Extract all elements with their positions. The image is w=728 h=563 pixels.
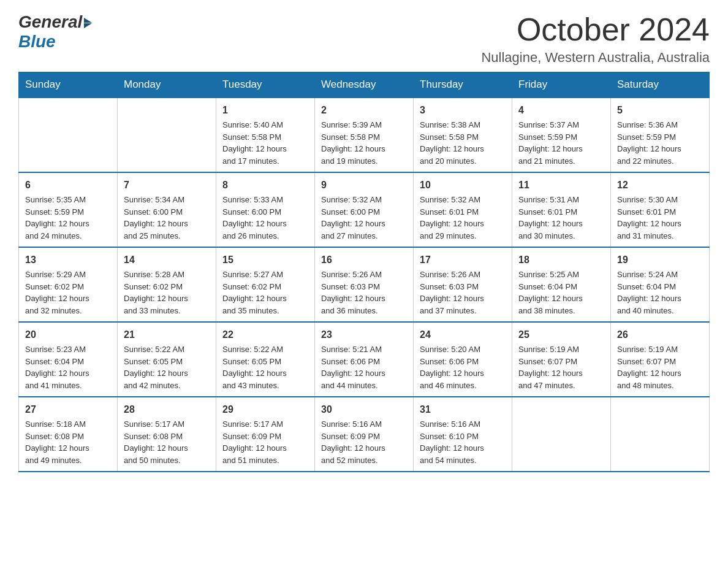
- day-number: 7: [124, 178, 210, 193]
- day-info: Sunrise: 5:30 AM Sunset: 6:01 PM Dayligh…: [617, 194, 703, 242]
- day-number: 3: [420, 103, 506, 118]
- day-number: 28: [124, 402, 210, 417]
- day-info: Sunrise: 5:22 AM Sunset: 6:05 PM Dayligh…: [222, 343, 308, 391]
- calendar-cell: 8Sunrise: 5:33 AM Sunset: 6:00 PM Daylig…: [216, 172, 315, 247]
- calendar-header-friday: Friday: [512, 72, 611, 98]
- day-info: Sunrise: 5:40 AM Sunset: 5:58 PM Dayligh…: [222, 119, 308, 167]
- day-number: 2: [321, 103, 407, 118]
- day-number: 10: [420, 178, 506, 193]
- day-number: 18: [518, 253, 604, 267]
- day-number: 8: [222, 178, 308, 193]
- logo-blue-text: Blue: [18, 32, 92, 52]
- day-info: Sunrise: 5:27 AM Sunset: 6:02 PM Dayligh…: [222, 269, 308, 316]
- day-info: Sunrise: 5:35 AM Sunset: 5:59 PM Dayligh…: [25, 194, 111, 242]
- calendar-cell: 1Sunrise: 5:40 AM Sunset: 5:58 PM Daylig…: [216, 98, 315, 172]
- calendar-cell: 5Sunrise: 5:36 AM Sunset: 5:59 PM Daylig…: [611, 98, 710, 172]
- calendar-cell: [611, 397, 710, 472]
- day-info: Sunrise: 5:17 AM Sunset: 6:09 PM Dayligh…: [222, 418, 308, 466]
- calendar-cell: 24Sunrise: 5:20 AM Sunset: 6:06 PM Dayli…: [414, 322, 512, 397]
- day-info: Sunrise: 5:32 AM Sunset: 6:00 PM Dayligh…: [321, 194, 407, 242]
- calendar-week-row: 27Sunrise: 5:18 AM Sunset: 6:08 PM Dayli…: [19, 397, 710, 472]
- calendar-cell: 9Sunrise: 5:32 AM Sunset: 6:00 PM Daylig…: [315, 172, 414, 247]
- day-info: Sunrise: 5:31 AM Sunset: 6:01 PM Dayligh…: [518, 194, 604, 242]
- calendar-cell: 10Sunrise: 5:32 AM Sunset: 6:01 PM Dayli…: [414, 172, 512, 247]
- day-info: Sunrise: 5:38 AM Sunset: 5:58 PM Dayligh…: [420, 119, 506, 167]
- calendar-cell: [512, 397, 611, 472]
- calendar-cell: 31Sunrise: 5:16 AM Sunset: 6:10 PM Dayli…: [414, 397, 512, 472]
- day-info: Sunrise: 5:24 AM Sunset: 6:04 PM Dayligh…: [617, 269, 703, 316]
- day-info: Sunrise: 5:26 AM Sunset: 6:03 PM Dayligh…: [420, 269, 506, 316]
- calendar-header-thursday: Thursday: [414, 72, 512, 98]
- day-number: 20: [25, 327, 111, 342]
- day-info: Sunrise: 5:16 AM Sunset: 6:10 PM Dayligh…: [420, 418, 506, 466]
- day-number: 6: [25, 178, 111, 193]
- day-info: Sunrise: 5:18 AM Sunset: 6:08 PM Dayligh…: [25, 418, 111, 466]
- day-number: 22: [222, 327, 308, 342]
- day-number: 14: [124, 253, 210, 267]
- day-number: 30: [321, 402, 407, 417]
- calendar-cell: 15Sunrise: 5:27 AM Sunset: 6:02 PM Dayli…: [216, 247, 315, 322]
- calendar-cell: 26Sunrise: 5:19 AM Sunset: 6:07 PM Dayli…: [611, 322, 710, 397]
- day-info: Sunrise: 5:23 AM Sunset: 6:04 PM Dayligh…: [25, 343, 111, 391]
- day-info: Sunrise: 5:37 AM Sunset: 5:59 PM Dayligh…: [518, 119, 604, 167]
- calendar-cell: 2Sunrise: 5:39 AM Sunset: 5:58 PM Daylig…: [315, 98, 414, 172]
- calendar-cell: 13Sunrise: 5:29 AM Sunset: 6:02 PM Dayli…: [19, 247, 118, 322]
- calendar-cell: 16Sunrise: 5:26 AM Sunset: 6:03 PM Dayli…: [315, 247, 414, 322]
- day-info: Sunrise: 5:39 AM Sunset: 5:58 PM Dayligh…: [321, 119, 407, 167]
- calendar-cell: 4Sunrise: 5:37 AM Sunset: 5:59 PM Daylig…: [512, 98, 611, 172]
- day-info: Sunrise: 5:17 AM Sunset: 6:08 PM Dayligh…: [124, 418, 210, 466]
- location-title: Nullagine, Western Australia, Australia: [481, 50, 710, 66]
- calendar-cell: 22Sunrise: 5:22 AM Sunset: 6:05 PM Dayli…: [216, 322, 315, 397]
- day-info: Sunrise: 5:28 AM Sunset: 6:02 PM Dayligh…: [124, 269, 210, 316]
- day-number: 16: [321, 253, 407, 267]
- logo-general-text: General: [18, 12, 82, 32]
- calendar-week-row: 6Sunrise: 5:35 AM Sunset: 5:59 PM Daylig…: [19, 172, 710, 247]
- day-info: Sunrise: 5:21 AM Sunset: 6:06 PM Dayligh…: [321, 343, 407, 391]
- calendar-cell: [19, 98, 118, 172]
- calendar-week-row: 1Sunrise: 5:40 AM Sunset: 5:58 PM Daylig…: [19, 98, 710, 172]
- calendar-cell: 19Sunrise: 5:24 AM Sunset: 6:04 PM Dayli…: [611, 247, 710, 322]
- calendar-table: SundayMondayTuesdayWednesdayThursdayFrid…: [18, 72, 710, 472]
- day-info: Sunrise: 5:34 AM Sunset: 6:00 PM Dayligh…: [124, 194, 210, 242]
- calendar-cell: 6Sunrise: 5:35 AM Sunset: 5:59 PM Daylig…: [19, 172, 118, 247]
- day-number: 11: [518, 178, 604, 193]
- calendar-cell: 14Sunrise: 5:28 AM Sunset: 6:02 PM Dayli…: [118, 247, 216, 322]
- calendar-cell: 7Sunrise: 5:34 AM Sunset: 6:00 PM Daylig…: [118, 172, 216, 247]
- day-number: 19: [617, 253, 703, 267]
- calendar-header-sunday: Sunday: [19, 72, 118, 98]
- day-number: 27: [25, 402, 111, 417]
- day-number: 4: [518, 103, 604, 118]
- calendar-cell: 25Sunrise: 5:19 AM Sunset: 6:07 PM Dayli…: [512, 322, 611, 397]
- calendar-cell: 29Sunrise: 5:17 AM Sunset: 6:09 PM Dayli…: [216, 397, 315, 472]
- day-info: Sunrise: 5:16 AM Sunset: 6:09 PM Dayligh…: [321, 418, 407, 466]
- title-section: October 2024 Nullagine, Western Australi…: [481, 12, 710, 66]
- calendar-cell: 21Sunrise: 5:22 AM Sunset: 6:05 PM Dayli…: [118, 322, 216, 397]
- logo: General Blue: [18, 12, 92, 52]
- day-number: 26: [617, 327, 703, 342]
- day-number: 21: [124, 327, 210, 342]
- day-info: Sunrise: 5:26 AM Sunset: 6:03 PM Dayligh…: [321, 269, 407, 316]
- calendar-header-monday: Monday: [118, 72, 216, 98]
- day-info: Sunrise: 5:25 AM Sunset: 6:04 PM Dayligh…: [518, 269, 604, 316]
- calendar-cell: 28Sunrise: 5:17 AM Sunset: 6:08 PM Dayli…: [118, 397, 216, 472]
- day-info: Sunrise: 5:36 AM Sunset: 5:59 PM Dayligh…: [617, 119, 703, 167]
- calendar-cell: 20Sunrise: 5:23 AM Sunset: 6:04 PM Dayli…: [19, 322, 118, 397]
- month-title: October 2024: [481, 12, 710, 47]
- calendar-cell: 17Sunrise: 5:26 AM Sunset: 6:03 PM Dayli…: [414, 247, 512, 322]
- calendar-cell: 11Sunrise: 5:31 AM Sunset: 6:01 PM Dayli…: [512, 172, 611, 247]
- calendar-cell: 30Sunrise: 5:16 AM Sunset: 6:09 PM Dayli…: [315, 397, 414, 472]
- day-number: 12: [617, 178, 703, 193]
- day-number: 9: [321, 178, 407, 193]
- calendar-cell: 18Sunrise: 5:25 AM Sunset: 6:04 PM Dayli…: [512, 247, 611, 322]
- day-info: Sunrise: 5:20 AM Sunset: 6:06 PM Dayligh…: [420, 343, 506, 391]
- calendar-cell: 12Sunrise: 5:30 AM Sunset: 6:01 PM Dayli…: [611, 172, 710, 247]
- day-number: 24: [420, 327, 506, 342]
- day-info: Sunrise: 5:22 AM Sunset: 6:05 PM Dayligh…: [124, 343, 210, 391]
- day-number: 29: [222, 402, 308, 417]
- calendar-week-row: 20Sunrise: 5:23 AM Sunset: 6:04 PM Dayli…: [19, 322, 710, 397]
- day-number: 31: [420, 402, 506, 417]
- calendar-cell: 23Sunrise: 5:21 AM Sunset: 6:06 PM Dayli…: [315, 322, 414, 397]
- calendar-week-row: 13Sunrise: 5:29 AM Sunset: 6:02 PM Dayli…: [19, 247, 710, 322]
- day-info: Sunrise: 5:32 AM Sunset: 6:01 PM Dayligh…: [420, 194, 506, 242]
- day-number: 1: [222, 103, 308, 118]
